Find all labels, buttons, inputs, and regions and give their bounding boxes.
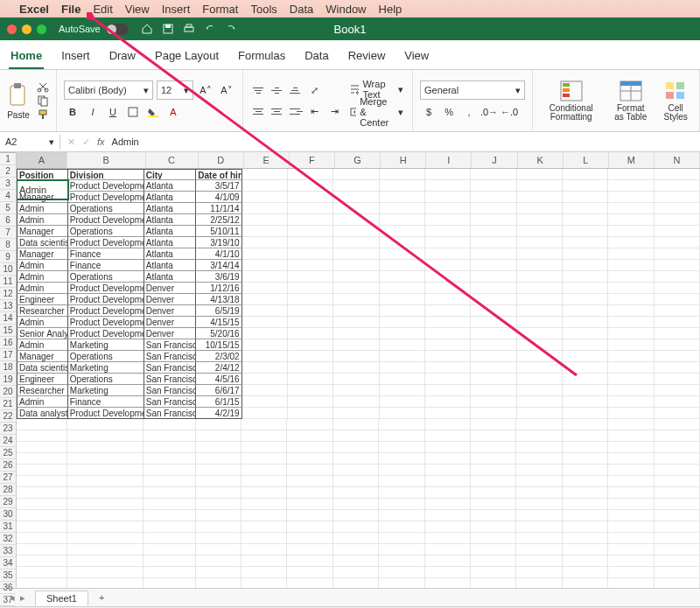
- cell[interactable]: [471, 578, 516, 588]
- cell[interactable]: [67, 510, 144, 521]
- cell[interactable]: [380, 271, 425, 283]
- cell[interactable]: [654, 362, 700, 374]
- column-header-E[interactable]: E: [244, 152, 290, 168]
- cell[interactable]: [425, 271, 471, 283]
- cell[interactable]: [288, 283, 333, 294]
- column-header-C[interactable]: C: [146, 152, 199, 168]
- cell[interactable]: [196, 556, 242, 567]
- column-header-M[interactable]: M: [609, 152, 654, 168]
- cell[interactable]: [563, 203, 608, 214]
- cell[interactable]: [380, 362, 425, 374]
- cell[interactable]: [425, 556, 471, 567]
- cell[interactable]: [608, 544, 654, 556]
- cell[interactable]: [471, 260, 516, 271]
- cell[interactable]: [516, 544, 562, 556]
- row-header[interactable]: 10: [0, 263, 16, 276]
- cell[interactable]: [425, 294, 471, 305]
- cell[interactable]: [608, 271, 654, 283]
- cell[interactable]: Atlanta: [144, 260, 197, 271]
- row-header[interactable]: 4: [0, 190, 16, 202]
- minimize-window-button[interactable]: [22, 24, 32, 34]
- cell[interactable]: Atlanta: [144, 180, 197, 192]
- row-header[interactable]: 8: [0, 239, 16, 251]
- cell[interactable]: Manager: [17, 226, 68, 237]
- cell[interactable]: [425, 260, 471, 271]
- cell[interactable]: [333, 385, 379, 396]
- cell[interactable]: [654, 271, 700, 283]
- cell[interactable]: [17, 430, 67, 442]
- cell[interactable]: [196, 533, 242, 544]
- cell[interactable]: [425, 442, 471, 453]
- cell[interactable]: [471, 465, 516, 476]
- cell[interactable]: [242, 533, 287, 544]
- row-header[interactable]: 30: [0, 508, 16, 521]
- cell[interactable]: Admin: [17, 396, 68, 408]
- cell[interactable]: [379, 521, 424, 533]
- cell[interactable]: 4/13/18: [196, 294, 242, 305]
- cell[interactable]: [379, 465, 424, 476]
- cell[interactable]: Finance: [68, 260, 144, 271]
- cell[interactable]: [425, 465, 471, 476]
- cell[interactable]: [608, 465, 654, 476]
- cell[interactable]: [242, 419, 287, 430]
- cell[interactable]: [242, 248, 288, 260]
- row-header[interactable]: 25: [0, 447, 16, 459]
- cell[interactable]: [608, 442, 654, 453]
- cell[interactable]: Product Development: [68, 317, 144, 328]
- cell[interactable]: Admin: [17, 283, 68, 294]
- cell[interactable]: [425, 408, 471, 419]
- paste-button[interactable]: Paste: [7, 82, 30, 120]
- cell[interactable]: [608, 419, 654, 430]
- cell[interactable]: [333, 192, 379, 203]
- cell[interactable]: Admin: [17, 317, 68, 328]
- cell[interactable]: [654, 385, 700, 396]
- cell[interactable]: [17, 419, 67, 430]
- cell[interactable]: [196, 453, 242, 465]
- cell[interactable]: [425, 544, 471, 556]
- cell[interactable]: [333, 374, 379, 385]
- cell[interactable]: [17, 476, 67, 487]
- cell[interactable]: San Francisco: [144, 408, 197, 419]
- cell[interactable]: [380, 226, 425, 237]
- cell[interactable]: [425, 192, 471, 203]
- column-header-I[interactable]: I: [426, 152, 472, 168]
- cell[interactable]: [287, 465, 332, 476]
- cell[interactable]: [517, 192, 563, 203]
- cell[interactable]: [517, 203, 563, 214]
- cell[interactable]: [288, 214, 333, 226]
- cell[interactable]: [654, 317, 700, 328]
- cell[interactable]: [287, 442, 332, 453]
- cell[interactable]: [242, 260, 288, 271]
- cell[interactable]: [333, 396, 379, 408]
- cell[interactable]: [563, 476, 608, 487]
- cell[interactable]: [654, 339, 700, 351]
- align-middle-button[interactable]: [269, 83, 284, 97]
- cell[interactable]: [563, 385, 608, 396]
- cell[interactable]: [654, 578, 700, 588]
- cell[interactable]: [242, 510, 287, 521]
- cell[interactable]: San Francisco: [144, 374, 197, 385]
- cell[interactable]: [379, 533, 424, 544]
- cell[interactable]: [608, 203, 654, 214]
- edit-menu[interactable]: Edit: [93, 3, 112, 16]
- cell[interactable]: [608, 214, 654, 226]
- cell[interactable]: [654, 487, 700, 499]
- cell[interactable]: [654, 465, 700, 476]
- tab-data[interactable]: Data: [303, 45, 330, 69]
- number-format-select[interactable]: General▾: [420, 80, 525, 100]
- cell[interactable]: [654, 283, 700, 294]
- cell[interactable]: [608, 578, 654, 588]
- cell[interactable]: Admin: [17, 339, 68, 351]
- tools-menu[interactable]: Tools: [250, 3, 276, 16]
- cell[interactable]: [654, 430, 700, 442]
- cell[interactable]: [608, 260, 654, 271]
- cell[interactable]: [144, 442, 196, 453]
- cell[interactable]: [333, 533, 379, 544]
- cell[interactable]: [563, 396, 608, 408]
- cell[interactable]: [380, 396, 425, 408]
- cell[interactable]: [654, 226, 700, 237]
- cell[interactable]: [608, 328, 654, 339]
- cell[interactable]: [242, 283, 288, 294]
- cell[interactable]: [471, 271, 516, 283]
- cell[interactable]: [196, 476, 242, 487]
